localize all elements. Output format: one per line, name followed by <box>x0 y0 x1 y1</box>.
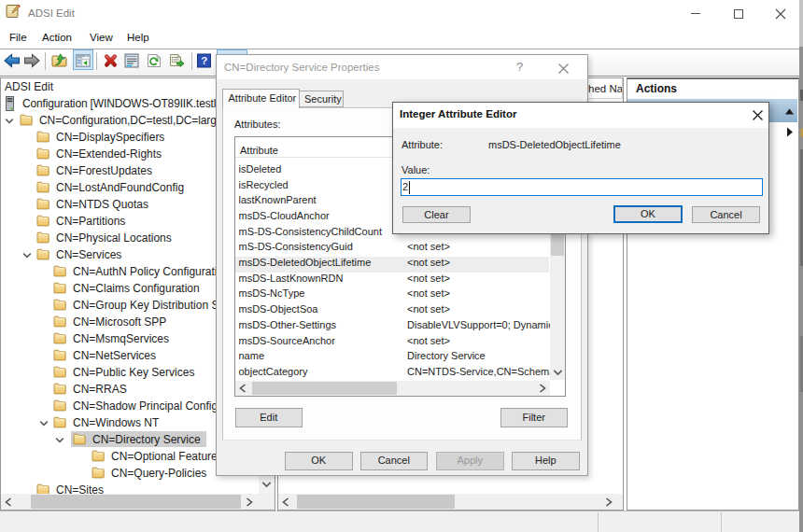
svg-text:?: ? <box>201 55 207 66</box>
